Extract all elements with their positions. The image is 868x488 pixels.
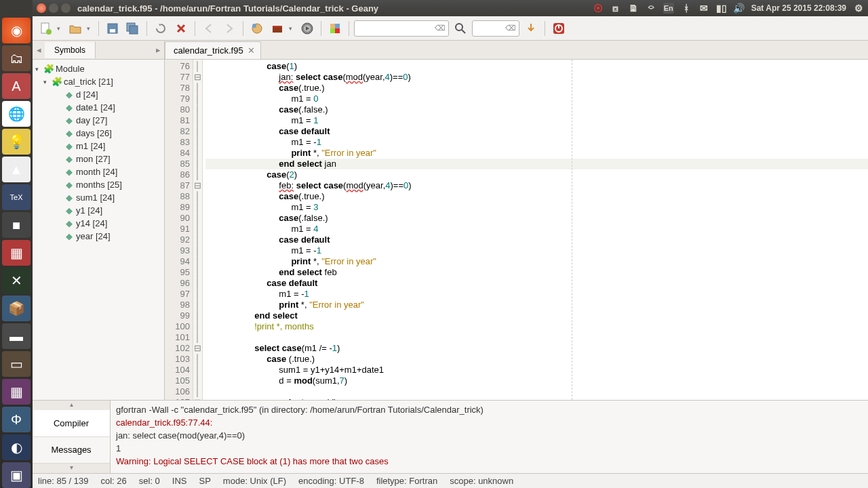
tree-item[interactable]: ◆months [25] — [33, 178, 164, 191]
close-icon[interactable] — [37, 3, 46, 13]
tree-item[interactable]: ◆month [24] — [33, 165, 164, 178]
status-sel: sel: 0 — [139, 476, 160, 486]
volume-icon[interactable]: 🔊 — [734, 3, 745, 14]
tree-module[interactable]: ▾🧩Module — [33, 62, 164, 75]
clear-icon[interactable]: ⌫ — [435, 24, 446, 33]
console-output[interactable]: gfortran -Wall -c "calendar_trick.f95" (… — [111, 401, 868, 473]
clock[interactable]: Sat Apr 25 2015 22:08:39 — [751, 3, 846, 13]
tex-icon[interactable]: TeX — [2, 184, 31, 210]
compile-button[interactable] — [248, 20, 266, 37]
record-icon[interactable]: ⦿ — [593, 3, 604, 14]
app-icon-4[interactable]: ▬ — [2, 323, 31, 349]
tree-item[interactable]: ◆d [24] — [33, 88, 164, 101]
app-icon-7[interactable]: ▣ — [2, 462, 31, 488]
color-button[interactable] — [326, 20, 344, 37]
save-all-button[interactable] — [124, 20, 142, 37]
new-file-button[interactable] — [37, 20, 54, 37]
wifi-icon[interactable]: ⌔ — [646, 3, 656, 14]
mail-icon[interactable]: ✉ — [698, 3, 709, 14]
bluetooth-icon[interactable]: ᚼ — [681, 3, 692, 14]
svg-rect-5 — [130, 26, 138, 34]
status-mode: mode: Unix (LF) — [223, 476, 286, 486]
lang-indicator[interactable]: En — [663, 3, 674, 14]
files-icon[interactable]: 🗂 — [2, 45, 31, 71]
dropbox-icon[interactable]: ⧈ — [610, 3, 621, 14]
console-scroll-down[interactable]: ▾ — [33, 464, 110, 473]
build-button[interactable] — [269, 20, 286, 37]
code-area[interactable]: case(1) jan: select case(mod(year,4)==0)… — [203, 60, 868, 400]
battery-icon[interactable]: ▮▯ — [716, 3, 727, 14]
dropdown-icon[interactable]: ▾ — [87, 25, 94, 32]
svg-line-17 — [462, 30, 465, 33]
window-title: calendar_trick.f95 - /home/arun/Fortran … — [77, 3, 590, 14]
titlebar: calendar_trick.f95 - /home/arun/Fortran … — [33, 0, 868, 16]
fold-column[interactable]: │⊟│││││││││⊟││││││││││││││⊟││││⊟ — [193, 60, 203, 400]
nav-back-button[interactable] — [200, 20, 218, 37]
reload-button[interactable] — [152, 20, 170, 37]
search-input[interactable]: ⌫ — [354, 20, 449, 37]
svg-rect-3 — [110, 29, 115, 33]
goto-button[interactable] — [522, 20, 540, 37]
svg-rect-13 — [335, 24, 340, 28]
chrome-icon[interactable]: 🌐 — [2, 101, 31, 127]
nav-forward-button[interactable] — [220, 20, 238, 37]
virtualbox-icon[interactable]: 📦 — [2, 296, 31, 321]
open-file-button[interactable] — [66, 20, 84, 37]
sidebar: ◂ Symbols ▸ ▾🧩Module ▾🧩cal_trick [21] ◆d… — [33, 41, 165, 400]
geany-icon[interactable]: 💡 — [2, 129, 31, 155]
unity-launcher[interactable]: ◉ 🗂 A 🌐 💡 ▲ TeX ■ ▦ ✕ 📦 ▬ ▭ ▦ Φ ◐ ▣ — [0, 0, 33, 488]
symbol-tree[interactable]: ▾🧩Module ▾🧩cal_trick [21] ◆d [24]◆date1 … — [33, 60, 164, 400]
workspace-icon[interactable]: ▦ — [2, 379, 31, 405]
dropdown-icon[interactable]: ▾ — [57, 25, 64, 32]
dash-icon[interactable]: ◉ — [2, 18, 31, 43]
tab-symbols[interactable]: Symbols — [45, 42, 96, 58]
gear-icon[interactable]: ⚙ — [853, 3, 864, 14]
tree-item[interactable]: ◆y1 [24] — [33, 204, 164, 217]
maximize-icon[interactable] — [61, 3, 71, 13]
tree-item[interactable]: ▾🧩cal_trick [21] — [33, 75, 164, 88]
tree-item[interactable]: ◆mon [27] — [33, 152, 164, 165]
status-sp[interactable]: SP — [199, 476, 211, 486]
dropdown-icon[interactable]: ▾ — [289, 25, 296, 32]
app-icon-2[interactable]: ▦ — [2, 240, 31, 266]
close-tab-icon[interactable]: ✕ — [248, 45, 255, 56]
tree-item[interactable]: ◆y14 [24] — [33, 217, 164, 230]
app-icon-3[interactable]: ✕ — [2, 268, 31, 293]
tab-messages[interactable]: Messages — [33, 437, 110, 464]
save-button[interactable] — [104, 20, 121, 37]
tab-compiler[interactable]: Compiler — [33, 410, 110, 437]
clear-icon[interactable]: ⌫ — [505, 24, 516, 33]
run-button[interactable] — [298, 20, 316, 37]
vlc-icon[interactable]: ▲ — [2, 157, 31, 182]
svg-rect-14 — [330, 28, 335, 33]
phi-icon[interactable]: Φ — [2, 407, 31, 432]
search-button[interactable] — [452, 20, 469, 37]
tree-item[interactable]: ◆date1 [24] — [33, 101, 164, 114]
status-ins[interactable]: INS — [172, 476, 187, 486]
tree-item[interactable]: ◆sum1 [24] — [33, 191, 164, 204]
status-enc: encoding: UTF-8 — [298, 476, 364, 486]
code-editor[interactable]: 7677787980818283848586878889909192939495… — [165, 60, 868, 400]
status-filetype: filetype: Fortran — [376, 476, 437, 486]
tree-item[interactable]: ◆day [27] — [33, 114, 164, 127]
file-tab[interactable]: calendar_trick.f95 ✕ — [165, 41, 261, 59]
close-file-button[interactable] — [172, 20, 190, 37]
quit-button[interactable] — [550, 20, 568, 37]
tree-item[interactable]: ◆days [26] — [33, 127, 164, 140]
app-icon-6[interactable]: ◐ — [2, 434, 31, 460]
console-scroll-up[interactable]: ▴ — [33, 401, 110, 410]
svg-rect-15 — [335, 28, 340, 33]
goto-input[interactable]: ⌫ — [472, 20, 519, 37]
tree-item[interactable]: ◆m1 [24] — [33, 140, 164, 152]
status-line: line: 85 / 139 — [38, 476, 88, 486]
doc-icon[interactable]: 🗎 — [628, 3, 639, 14]
status-scope: scope: unknown — [450, 476, 513, 486]
line-gutter: 7677787980818283848586878889909192939495… — [165, 60, 193, 400]
app-icon-5[interactable]: ▭ — [2, 351, 31, 377]
tab-scroll-left[interactable]: ◂ — [33, 45, 45, 55]
tab-scroll-right[interactable]: ▸ — [152, 45, 164, 55]
app-icon[interactable]: ■ — [2, 212, 31, 238]
terminal-icon[interactable]: A — [2, 73, 31, 99]
tree-item[interactable]: ◆year [24] — [33, 230, 164, 243]
minimize-icon[interactable] — [49, 3, 58, 13]
